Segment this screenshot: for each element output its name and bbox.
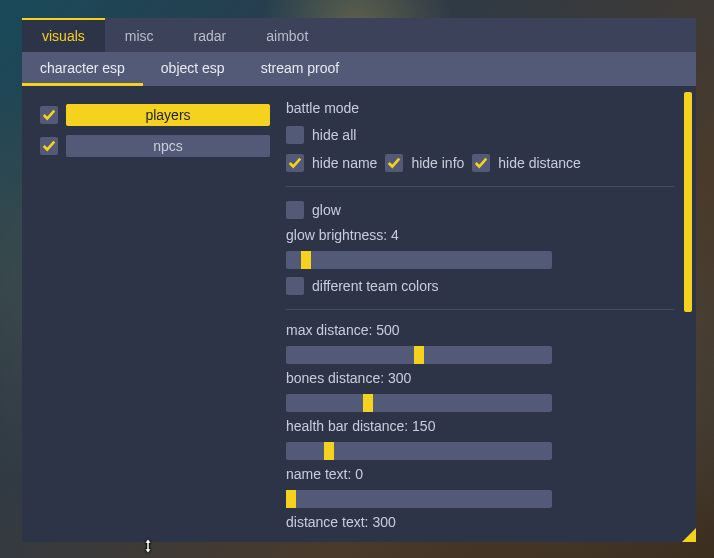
- panel-body: players npcs battle mode hide all hide n…: [22, 86, 696, 542]
- label-glow: glow: [312, 202, 341, 218]
- tab-radar[interactable]: radar: [174, 18, 247, 52]
- label-hide-info: hide info: [411, 155, 464, 171]
- tab-misc[interactable]: misc: [105, 18, 174, 52]
- slider-knob[interactable]: [414, 346, 424, 364]
- slider-glow-brightness[interactable]: [286, 251, 552, 269]
- sub-tabs: character esp object esp stream proof: [22, 52, 696, 86]
- check-icon: [288, 156, 302, 170]
- slider-knob[interactable]: [324, 442, 334, 460]
- slider-bones-distance[interactable]: [286, 394, 552, 412]
- scrollbar-thumb[interactable]: [684, 92, 692, 312]
- bones-distance-label: bones distance: 300: [286, 370, 674, 386]
- label-hide-name: hide name: [312, 155, 377, 171]
- tab-aimbot[interactable]: aimbot: [246, 18, 328, 52]
- tab-visuals[interactable]: visuals: [22, 18, 105, 52]
- battle-mode-label: battle mode: [286, 100, 674, 116]
- subtab-character-esp[interactable]: character esp: [22, 52, 143, 86]
- category-row-npcs: npcs: [40, 135, 270, 157]
- check-icon: [474, 156, 488, 170]
- health-bar-distance-label: health bar distance: 150: [286, 418, 674, 434]
- resize-handle[interactable]: [682, 528, 696, 542]
- slider-max-distance[interactable]: [286, 346, 552, 364]
- checkbox-glow[interactable]: [286, 201, 304, 219]
- checkbox-hide-name[interactable]: [286, 154, 304, 172]
- slider-health-bar-distance[interactable]: [286, 442, 552, 460]
- check-icon: [387, 156, 401, 170]
- label-team-colors: different team colors: [312, 278, 439, 294]
- checkbox-npcs[interactable]: [40, 137, 58, 155]
- settings-column: battle mode hide all hide name hide info…: [280, 86, 696, 542]
- main-tabs: visuals misc radar aimbot: [22, 18, 696, 52]
- slider-knob[interactable]: [286, 490, 296, 508]
- cheat-panel: visuals misc radar aimbot character esp …: [22, 18, 696, 542]
- label-hide-all: hide all: [312, 127, 356, 143]
- check-icon: [42, 108, 56, 122]
- check-icon: [42, 139, 56, 153]
- glow-brightness-label: glow brightness: 4: [286, 227, 674, 243]
- checkbox-players[interactable]: [40, 106, 58, 124]
- checkbox-team-colors[interactable]: [286, 277, 304, 295]
- subtab-stream-proof[interactable]: stream proof: [243, 52, 358, 86]
- checkbox-hide-distance[interactable]: [472, 154, 490, 172]
- max-distance-label: max distance: 500: [286, 322, 674, 338]
- category-list: players npcs: [22, 86, 280, 542]
- distance-text-label: distance text: 300: [286, 514, 674, 530]
- category-button-npcs[interactable]: npcs: [66, 135, 270, 157]
- checkbox-hide-all[interactable]: [286, 126, 304, 144]
- divider: [286, 186, 674, 187]
- category-button-players[interactable]: players: [66, 104, 270, 126]
- name-text-label: name text: 0: [286, 466, 674, 482]
- vertical-resize-cursor-icon: [140, 538, 156, 554]
- label-hide-distance: hide distance: [498, 155, 581, 171]
- slider-knob[interactable]: [301, 251, 311, 269]
- divider: [286, 309, 674, 310]
- slider-knob[interactable]: [363, 394, 373, 412]
- slider-name-text[interactable]: [286, 490, 552, 508]
- category-row-players: players: [40, 104, 270, 126]
- checkbox-hide-info[interactable]: [385, 154, 403, 172]
- subtab-object-esp[interactable]: object esp: [143, 52, 243, 86]
